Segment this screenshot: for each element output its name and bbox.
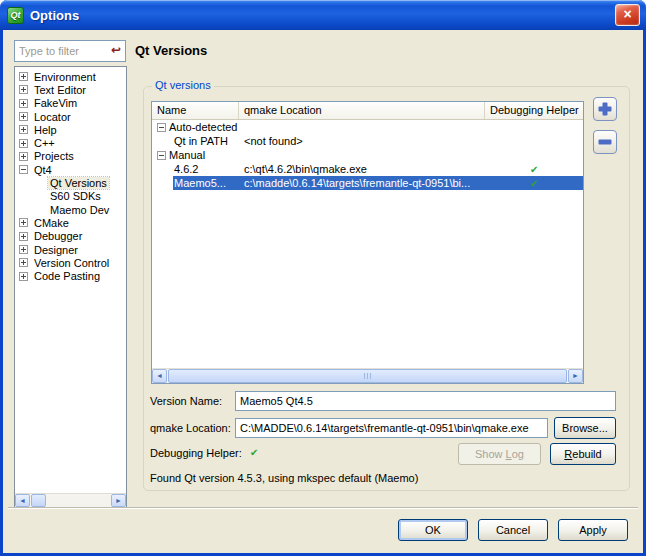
sidebar-item-label: Qt Versions xyxy=(48,177,109,189)
check-icon: ✔ xyxy=(250,447,258,458)
expander-icon[interactable] xyxy=(19,218,28,227)
sidebar-item-label: Qt4 xyxy=(32,164,54,176)
column-header-debugging-helper[interactable]: Debugging Helper xyxy=(485,102,583,119)
expander-icon[interactable] xyxy=(19,99,28,108)
plus-icon xyxy=(599,103,612,116)
name-cell: Maemo5... xyxy=(152,176,239,190)
sidebar-item-projects[interactable]: Projects xyxy=(15,150,126,163)
expander-icon[interactable] xyxy=(19,232,28,241)
expander-icon[interactable] xyxy=(157,151,166,160)
check-icon: ✔ xyxy=(530,164,538,175)
expander-icon[interactable] xyxy=(19,112,28,121)
name-cell: Manual xyxy=(152,148,239,162)
sidebar-item-label: Debugger xyxy=(32,230,84,242)
table-horizontal-scrollbar[interactable]: ◄ ► xyxy=(152,368,583,383)
window-title: Options xyxy=(30,8,79,23)
filter-box: ↩ xyxy=(14,40,126,62)
expander-icon[interactable] xyxy=(19,272,28,281)
sidebar-item-label: Designer xyxy=(32,244,80,256)
sidebar-item-label: FakeVim xyxy=(32,97,79,109)
scroll-left-icon[interactable]: ◄ xyxy=(152,369,167,383)
sidebar-item-label: Environment xyxy=(32,71,98,83)
apply-button[interactable]: Apply xyxy=(558,519,628,541)
scrollbar-thumb[interactable] xyxy=(168,369,567,383)
ok-button[interactable]: OK xyxy=(398,519,468,541)
expander-icon[interactable] xyxy=(19,165,28,174)
helper-cell xyxy=(485,134,583,148)
status-text: Found Qt version 4.5.3, using mkspec def… xyxy=(150,472,418,484)
filter-arrow-icon: ↩ xyxy=(111,43,121,57)
helper-cell: ✔ xyxy=(485,176,583,190)
expander-icon[interactable] xyxy=(19,258,28,267)
sidebar-item-text-editor[interactable]: Text Editor xyxy=(15,83,126,96)
add-version-button[interactable] xyxy=(593,97,617,121)
close-button[interactable]: × xyxy=(615,4,640,26)
sidebar-item-cpp[interactable]: C++ xyxy=(15,136,126,149)
qmake-cell xyxy=(239,120,485,134)
table-row-4-6-2[interactable]: 4.6.2 c:\qt\4.6.2\bin\qmake.exe ✔ xyxy=(152,162,583,176)
sidebar-item-s60-sdks[interactable]: S60 SDKs xyxy=(15,190,126,203)
table-row-auto-detected[interactable]: Auto-detected xyxy=(152,120,583,134)
expander-icon[interactable] xyxy=(157,123,166,132)
helper-cell: ✔ xyxy=(485,162,583,176)
sidebar-item-fakevim[interactable]: FakeVim xyxy=(15,97,126,110)
sidebar-item-maemo-dev[interactable]: Maemo Dev xyxy=(15,203,126,216)
column-header-qmake-location[interactable]: qmake Location xyxy=(239,102,485,119)
table-row-manual[interactable]: Manual xyxy=(152,148,583,162)
footer-separator xyxy=(8,507,638,509)
expander-icon[interactable] xyxy=(19,245,28,254)
sidebar-item-locator[interactable]: Locator xyxy=(15,110,126,123)
expander-icon[interactable] xyxy=(19,85,28,94)
version-name-label: Version Name: xyxy=(150,395,222,407)
sidebar-item-label: Maemo Dev xyxy=(48,204,111,216)
qmake-cell: <not found> xyxy=(239,134,485,148)
sidebar-item-qt-versions[interactable]: Qt Versions xyxy=(15,176,126,189)
check-icon: ✔ xyxy=(530,178,538,189)
sidebar-item-environment[interactable]: Environment xyxy=(15,70,126,83)
sidebar-item-code-pasting[interactable]: Code Pasting xyxy=(15,269,126,282)
show-log-button[interactable]: Show Log xyxy=(458,443,541,465)
sidebar-item-designer[interactable]: Designer xyxy=(15,243,126,256)
sidebar-item-label: CMake xyxy=(32,217,71,229)
scrollbar-thumb[interactable] xyxy=(31,494,46,507)
scroll-left-icon[interactable]: ◄ xyxy=(15,494,30,507)
expander-icon[interactable] xyxy=(19,152,28,161)
helper-cell xyxy=(485,148,583,162)
qmake-location-input[interactable] xyxy=(235,418,548,438)
rebuild-button[interactable]: Rebuild xyxy=(550,443,616,465)
table-header: Name qmake Location Debugging Helper xyxy=(152,102,583,120)
column-header-name[interactable]: Name xyxy=(152,102,239,119)
tree-horizontal-scrollbar[interactable]: ◄ ► xyxy=(15,493,126,507)
scroll-right-icon[interactable]: ► xyxy=(568,369,583,383)
title-bar: Qt Options × xyxy=(0,0,646,30)
name-cell: 4.6.2 xyxy=(152,162,239,176)
page-title: Qt Versions xyxy=(135,43,207,58)
qmake-cell xyxy=(239,148,485,162)
sidebar-item-label: Locator xyxy=(32,111,73,123)
sidebar-item-cmake[interactable]: CMake xyxy=(15,216,126,229)
scroll-right-icon[interactable]: ► xyxy=(111,494,126,507)
sidebar-item-qt4[interactable]: Qt4 xyxy=(15,163,126,176)
qmake-cell: c:\qt\4.6.2\bin\qmake.exe xyxy=(239,162,485,176)
browse-button[interactable]: Browse... xyxy=(554,417,616,439)
remove-version-button[interactable] xyxy=(593,130,617,154)
scrollbar-track[interactable] xyxy=(47,494,111,507)
expander-icon[interactable] xyxy=(19,72,28,81)
filter-input[interactable] xyxy=(17,43,107,59)
expander-icon[interactable] xyxy=(19,139,28,148)
table-row-qt-in-path[interactable]: Qt in PATH <not found> xyxy=(152,134,583,148)
sidebar-item-help[interactable]: Help xyxy=(15,123,126,136)
sidebar-item-label: Text Editor xyxy=(32,84,88,96)
name-cell: Qt in PATH xyxy=(152,134,239,148)
sidebar-item-version-control[interactable]: Version Control xyxy=(15,256,126,269)
expander-icon[interactable] xyxy=(19,125,28,134)
table-row-maemo5[interactable]: Maemo5... c:\madde\0.6.14\targets\freman… xyxy=(152,176,583,190)
sidebar-item-label: S60 SDKs xyxy=(48,190,103,202)
sidebar-item-label: Projects xyxy=(32,150,76,162)
cancel-button[interactable]: Cancel xyxy=(478,519,548,541)
minus-icon xyxy=(599,136,612,149)
sidebar-item-label: Version Control xyxy=(32,257,111,269)
category-tree: Environment Text Editor FakeVim Locator … xyxy=(14,66,127,508)
version-name-input[interactable] xyxy=(235,391,616,411)
sidebar-item-debugger[interactable]: Debugger xyxy=(15,230,126,243)
